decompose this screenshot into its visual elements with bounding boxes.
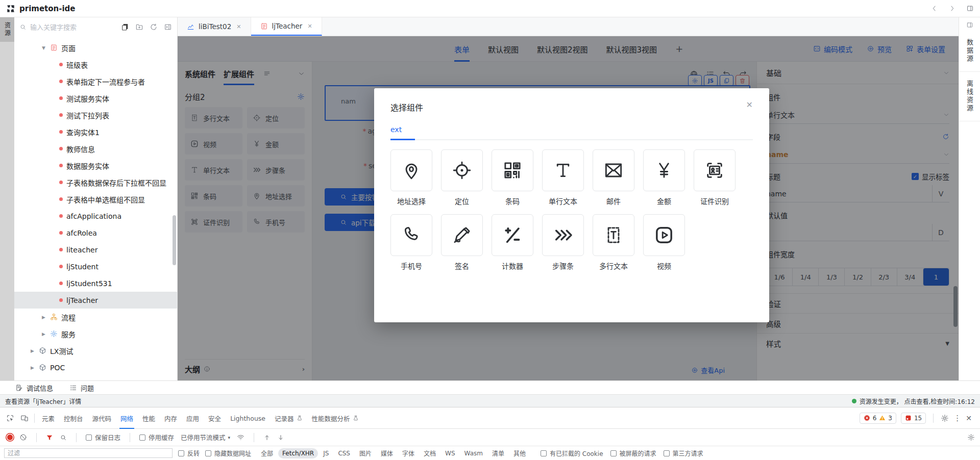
tree-item[interactable]: ljStudent531 bbox=[14, 275, 177, 292]
filter-funnel-icon[interactable] bbox=[46, 434, 53, 441]
component-item-手机号[interactable]: 手机号 bbox=[390, 214, 432, 271]
devtools-tab-元素[interactable]: 元素 bbox=[37, 407, 59, 429]
issues-badge[interactable]: 15 bbox=[901, 413, 926, 424]
nav-back-icon[interactable] bbox=[930, 5, 938, 12]
devtools-tab-网络[interactable]: 网络 bbox=[116, 407, 138, 429]
export-har-icon[interactable] bbox=[277, 434, 284, 441]
refresh-icon[interactable] bbox=[150, 23, 158, 31]
tree-item[interactable]: ▶流程 bbox=[14, 309, 177, 325]
caret-right-icon[interactable]: ▶ bbox=[30, 365, 35, 370]
caret-right-icon[interactable]: ▶ bbox=[41, 315, 46, 320]
filter-input[interactable] bbox=[8, 450, 172, 457]
throttle-select[interactable]: 已停用节流模式 ▾ bbox=[181, 432, 230, 442]
invert-checkbox[interactable]: 反转 bbox=[178, 449, 200, 457]
debug-info-tab[interactable]: 调试信息 bbox=[15, 383, 53, 393]
devtools-tab-控制台[interactable]: 控制台 bbox=[59, 407, 88, 429]
tree-item[interactable]: 教师信息 bbox=[14, 140, 177, 157]
inspect-element-icon[interactable] bbox=[3, 411, 17, 425]
caret-right-icon[interactable]: ▶ bbox=[30, 348, 35, 353]
component-item-视频[interactable]: 视频 bbox=[643, 214, 685, 271]
tree-item[interactable]: afcApplicationa bbox=[14, 208, 177, 224]
component-item-签名[interactable]: 签名 bbox=[441, 214, 483, 271]
devtools-close-icon[interactable]: ✕ bbox=[966, 414, 972, 422]
preserve-log-checkbox[interactable]: 保留日志 bbox=[86, 432, 120, 442]
filter-checkbox-第三方请求[interactable]: 第三方请求 bbox=[664, 449, 703, 457]
component-item-多行文本[interactable]: 多行文本 bbox=[593, 214, 634, 271]
component-item-地址选择[interactable]: 地址选择 bbox=[390, 149, 432, 206]
network-conditions-icon[interactable] bbox=[237, 433, 244, 441]
tree-item[interactable]: ▶ bbox=[14, 376, 177, 380]
tree-item[interactable]: ljStudent bbox=[14, 258, 177, 275]
tree-item[interactable]: 测试服务实体 bbox=[14, 90, 177, 107]
filter-pill-JS[interactable]: JS bbox=[319, 448, 333, 458]
record-icon[interactable] bbox=[7, 435, 13, 440]
filter-pill-字体[interactable]: 字体 bbox=[398, 447, 419, 459]
filter-pill-文档[interactable]: 文档 bbox=[420, 447, 440, 459]
component-item-计数器[interactable]: 计数器 bbox=[492, 214, 533, 271]
filter-pill-WS[interactable]: WS bbox=[441, 448, 459, 458]
devtools-tab-Lighthouse[interactable]: Lighthouse bbox=[226, 407, 270, 429]
resource-detail-text[interactable]: 查看资源「ljTeacher」详情 bbox=[5, 397, 81, 405]
component-item-步骤条[interactable]: 步骤条 bbox=[542, 214, 584, 271]
component-item-证件识别[interactable]: 证件识别 bbox=[694, 149, 736, 206]
component-item-定位[interactable]: 定位 bbox=[441, 149, 483, 206]
component-item-邮件[interactable]: 邮件 bbox=[593, 149, 634, 206]
import-har-icon[interactable] bbox=[263, 434, 271, 441]
filter-pill-图片[interactable]: 图片 bbox=[355, 447, 376, 459]
new-page-icon[interactable] bbox=[121, 23, 129, 31]
tree-item[interactable]: afcRolea bbox=[14, 224, 177, 241]
console-badges[interactable]: 6 3 bbox=[860, 413, 896, 424]
devtools-tab-性能[interactable]: 性能 bbox=[138, 407, 160, 429]
hide-data-urls-checkbox[interactable]: 隐藏数据网址 bbox=[205, 449, 251, 457]
devtools-tab-性能数据分析[interactable]: 性能数据分析 bbox=[307, 407, 363, 429]
component-item-单行文本[interactable]: 单行文本 bbox=[542, 149, 584, 206]
tree-item[interactable]: 测试下拉列表 bbox=[14, 107, 177, 123]
dock-tab-offline-resources[interactable]: 离线资源 bbox=[959, 72, 980, 121]
network-settings-icon[interactable] bbox=[967, 433, 975, 441]
tree-item[interactable]: 子表格中单选框组不回显 bbox=[14, 191, 177, 208]
devtools-tab-安全[interactable]: 安全 bbox=[204, 407, 226, 429]
devtools-tab-源代码[interactable]: 源代码 bbox=[88, 407, 116, 429]
panel-toggle-icon[interactable] bbox=[966, 21, 973, 29]
tree-item[interactable]: ▶LX测试 bbox=[14, 342, 177, 359]
window-layout-icon[interactable] bbox=[966, 5, 974, 12]
tree-item[interactable]: 子表格数据保存后下拉框不回显 bbox=[14, 174, 177, 191]
filter-pill-清单[interactable]: 清单 bbox=[488, 447, 508, 459]
devtools-tab-记录器[interactable]: 记录器 bbox=[270, 407, 307, 429]
editor-tab-ljTeacher[interactable]: ljTeacher✕ bbox=[251, 17, 322, 36]
tree-item[interactable]: ljTeacher bbox=[14, 292, 177, 309]
dock-tab-datasource[interactable]: 数据源 bbox=[959, 31, 980, 72]
tree-item[interactable]: ▶POC bbox=[14, 359, 177, 376]
tree-item[interactable]: ▶服务 bbox=[14, 325, 177, 342]
tree-item[interactable]: liteacher bbox=[14, 241, 177, 258]
filter-pill-Fetch/XHR[interactable]: Fetch/XHR bbox=[278, 448, 318, 458]
filter-pill-媒体[interactable]: 媒体 bbox=[377, 447, 397, 459]
kebab-menu-icon[interactable]: ⋮ bbox=[953, 414, 961, 423]
filter-pill-其他[interactable]: 其他 bbox=[509, 447, 530, 459]
dialog-tab-ext[interactable]: ext bbox=[390, 125, 402, 139]
collapse-panel-icon[interactable] bbox=[164, 23, 172, 31]
devtools-tab-应用[interactable]: 应用 bbox=[182, 407, 204, 429]
close-icon[interactable]: ✕ bbox=[746, 100, 753, 110]
filter-checkbox-被屏蔽的请求[interactable]: 被屏蔽的请求 bbox=[610, 449, 656, 457]
resource-change-status[interactable]: 资源发生变更， 点击查看,检查时间:16:12 bbox=[852, 397, 975, 405]
close-icon[interactable]: ✕ bbox=[307, 23, 312, 30]
devtools-tab-内存[interactable]: 内存 bbox=[160, 407, 182, 429]
problems-tab[interactable]: 问题 bbox=[69, 383, 94, 393]
tree-item[interactable]: 查询实体1 bbox=[14, 123, 177, 140]
sidebar-scrollbar[interactable] bbox=[173, 215, 176, 265]
devtools-settings-icon[interactable] bbox=[941, 414, 949, 422]
nav-forward-icon[interactable] bbox=[948, 5, 956, 12]
new-folder-icon[interactable] bbox=[135, 23, 143, 31]
filter-pill-全部[interactable]: 全部 bbox=[257, 447, 277, 459]
caret-right-icon[interactable]: ▶ bbox=[41, 331, 46, 337]
tree-item[interactable]: 数据服务实体 bbox=[14, 157, 177, 174]
network-search-icon[interactable] bbox=[60, 434, 67, 441]
tree-item[interactable]: 班级表 bbox=[14, 56, 177, 73]
caret-down-icon[interactable]: ▼ bbox=[41, 45, 46, 50]
device-toolbar-icon[interactable] bbox=[17, 411, 32, 425]
search-input[interactable] bbox=[30, 23, 117, 31]
disable-cache-checkbox[interactable]: 停用缓存 bbox=[139, 432, 174, 442]
close-icon[interactable]: ✕ bbox=[236, 23, 241, 30]
editor-tab-liBiTest02[interactable]: liBiTest02✕ bbox=[178, 17, 251, 36]
